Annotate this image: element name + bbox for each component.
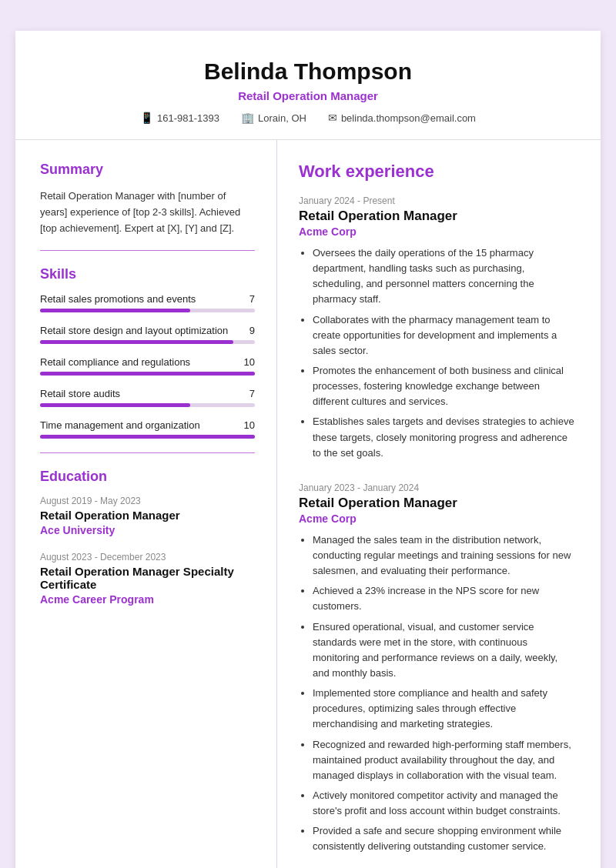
skill-name: Retail store design and layout optimizat… — [40, 325, 228, 336]
work-bullet: Achieved a 23% increase in the NPS score… — [313, 583, 576, 614]
skill-name: Retail compliance and regulations — [40, 356, 190, 368]
skill-bar-fill — [40, 435, 255, 439]
edu-degree: Retail Operation Manager Specialty Certi… — [40, 565, 255, 591]
work-bullet: Implemented store compliance and health … — [313, 686, 576, 732]
contact-location: 🏢 Lorain, OH — [241, 112, 306, 124]
skill-score: 10 — [244, 419, 255, 431]
skill-item: Time management and organization 10 — [40, 419, 255, 439]
left-column: Summary Retail Operation Manager with [n… — [15, 140, 277, 868]
edu-date: August 2023 - December 2023 — [40, 552, 255, 563]
work-company: Acme Corp — [299, 512, 576, 525]
edu-degree: Retail Operation Manager — [40, 509, 255, 522]
location-text: Lorain, OH — [258, 112, 306, 124]
work-bullet: Managed the sales team in the distributi… — [313, 532, 576, 579]
skills-title: Skills — [40, 266, 255, 282]
edu-school: Ace University — [40, 524, 255, 536]
skill-item: Retail compliance and regulations 10 — [40, 356, 255, 376]
work-bullet: Recognized and rewarded high-performing … — [313, 737, 576, 783]
right-column: Work experience January 2024 - Present R… — [277, 140, 601, 868]
skill-score: 9 — [249, 325, 255, 336]
phone-icon: 📱 — [140, 112, 153, 124]
skill-bar-fill — [40, 403, 190, 407]
email-text: belinda.thompson@email.com — [341, 112, 476, 124]
summary-title: Summary — [40, 162, 255, 178]
work-bullet: Provided a safe and secure shopping envi… — [313, 823, 576, 854]
header-title: Retail Operation Manager — [46, 89, 570, 102]
education-item: August 2023 - December 2023 Retail Opera… — [40, 552, 255, 606]
contact-phone: 📱 161-981-1393 — [140, 112, 219, 124]
skill-bar-background — [40, 435, 255, 439]
skill-item: Retail sales promotions and events 7 — [40, 293, 255, 312]
contact-email: ✉ belinda.thompson@email.com — [328, 112, 476, 124]
work-bullet: Ensured operational, visual, and custome… — [313, 619, 576, 682]
skill-bar-fill — [40, 340, 233, 344]
work-experience-list: January 2024 - Present Retail Operation … — [299, 195, 576, 855]
work-title: Retail Operation Manager — [299, 496, 576, 511]
work-bullet: Establishes sales targets and devises st… — [313, 414, 576, 460]
skill-score: 7 — [249, 293, 255, 305]
work-experience-title: Work experience — [299, 162, 576, 182]
work-date: January 2024 - Present — [299, 195, 576, 206]
skills-list: Retail sales promotions and events 7 Ret… — [40, 293, 255, 439]
work-bullets-list: Managed the sales team in the distributi… — [299, 532, 576, 855]
skill-bar-background — [40, 340, 255, 344]
skill-name: Retail store audits — [40, 388, 120, 399]
skill-bar-fill — [40, 372, 255, 376]
education-item: August 2019 - May 2023 Retail Operation … — [40, 496, 255, 536]
skill-item: Retail store design and layout optimizat… — [40, 325, 255, 344]
resume-container: Belinda Thompson Retail Operation Manage… — [15, 31, 601, 868]
skills-divider — [40, 452, 255, 453]
work-experience-item: January 2023 - January 2024 Retail Opera… — [299, 482, 576, 855]
edu-school: Acme Career Program — [40, 593, 255, 606]
header-section: Belinda Thompson Retail Operation Manage… — [15, 31, 601, 140]
skill-bar-fill — [40, 309, 190, 312]
header-name: Belinda Thompson — [46, 58, 570, 85]
skill-bar-background — [40, 403, 255, 407]
phone-number: 161-981-1393 — [157, 112, 219, 124]
education-list: August 2019 - May 2023 Retail Operation … — [40, 496, 255, 606]
work-company: Acme Corp — [299, 225, 576, 238]
skill-bar-background — [40, 309, 255, 312]
email-icon: ✉ — [328, 112, 337, 124]
work-bullet: Collaborates with the pharmacy managemen… — [313, 312, 576, 359]
skill-name: Time management and organization — [40, 419, 200, 431]
skill-item: Retail store audits 7 — [40, 388, 255, 407]
work-title: Retail Operation Manager — [299, 209, 576, 224]
skill-name: Retail sales promotions and events — [40, 293, 196, 305]
skill-bar-background — [40, 372, 255, 376]
location-icon: 🏢 — [241, 112, 254, 124]
summary-divider — [40, 250, 255, 251]
edu-date: August 2019 - May 2023 — [40, 496, 255, 506]
skill-score: 10 — [244, 356, 255, 368]
work-bullet: Promotes the enhancement of both busines… — [313, 363, 576, 409]
body-section: Summary Retail Operation Manager with [n… — [15, 140, 601, 868]
work-bullet: Actively monitored competitor activity a… — [313, 788, 576, 819]
work-bullet: Oversees the daily operations of the 15 … — [313, 245, 576, 308]
education-title: Education — [40, 469, 255, 485]
work-bullets-list: Oversees the daily operations of the 15 … — [299, 245, 576, 461]
header-contact: 📱 161-981-1393 🏢 Lorain, OH ✉ belinda.th… — [46, 112, 570, 124]
work-experience-item: January 2024 - Present Retail Operation … — [299, 195, 576, 461]
skill-score: 7 — [249, 388, 255, 399]
summary-text: Retail Operation Manager with [number of… — [40, 189, 255, 236]
work-date: January 2023 - January 2024 — [299, 482, 576, 493]
